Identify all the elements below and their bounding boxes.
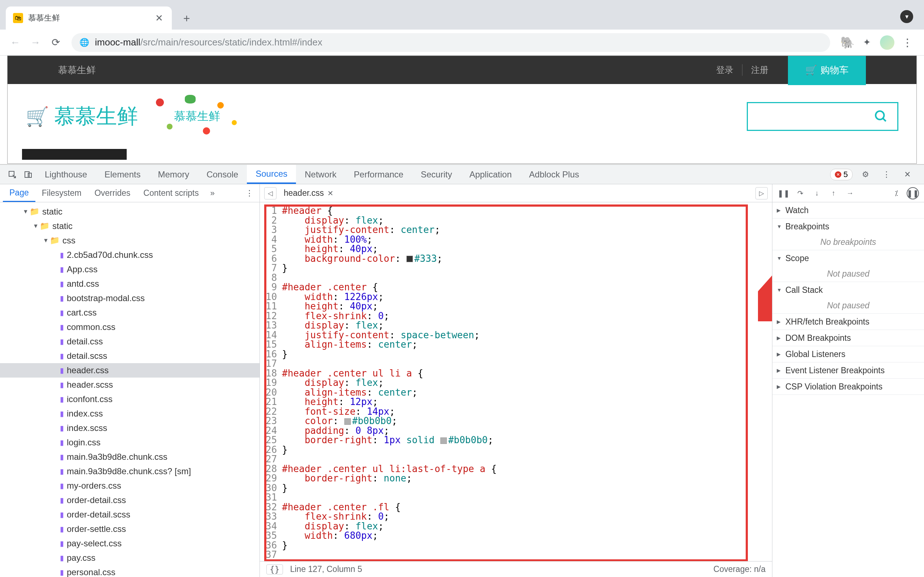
devtools-tab-application[interactable]: Application bbox=[460, 165, 520, 184]
nav-back-icon[interactable]: ◁ bbox=[264, 187, 276, 200]
settings-icon[interactable]: ⚙ bbox=[858, 170, 874, 179]
sources-nav-tab-content-scripts[interactable]: Content scripts bbox=[137, 184, 205, 202]
tree-item-cart-css[interactable]: ▮cart.css bbox=[0, 305, 260, 320]
step-button[interactable]: → bbox=[844, 187, 856, 200]
tab-title: 慕慕生鲜 bbox=[28, 13, 149, 23]
tree-item-pay-select-css[interactable]: ▮pay-select.css bbox=[0, 536, 260, 551]
browser-menu-icon[interactable]: ⋮ bbox=[901, 36, 914, 49]
site-info-icon[interactable]: 🌐 bbox=[79, 38, 89, 47]
open-file-tab[interactable]: header.css ✕ bbox=[281, 188, 336, 198]
tree-item-iconfont-css[interactable]: ▮iconfont.css bbox=[0, 392, 260, 406]
devtools-tab-elements[interactable]: Elements bbox=[96, 165, 149, 184]
tree-item-app-css[interactable]: ▮App.css bbox=[0, 262, 260, 277]
devtools-tab-network[interactable]: Network bbox=[296, 165, 345, 184]
tree-item-css[interactable]: ▼📁css bbox=[0, 233, 260, 248]
sources-nav-tab-page[interactable]: Page bbox=[3, 184, 36, 202]
page-viewport: 慕慕生鲜 登录 注册 🛒购物车 🛒 慕慕生鲜 慕慕生 bbox=[7, 56, 917, 164]
profile-avatar[interactable] bbox=[880, 35, 894, 50]
step-over-button[interactable]: ↷ bbox=[794, 187, 806, 200]
breakpoints-section[interactable]: ▼Breakpoints bbox=[772, 219, 924, 234]
tree-item-my-orders-css[interactable]: ▮my-orders.css bbox=[0, 479, 260, 493]
xhr-bp-section[interactable]: ▶XHR/fetch Breakpoints bbox=[772, 314, 924, 330]
reload-button[interactable]: ⟳ bbox=[47, 34, 64, 51]
site-logo[interactable]: 🛒 慕慕生鲜 bbox=[26, 102, 138, 131]
browser-tab[interactable]: 🛍 慕慕生鲜 ✕ bbox=[6, 6, 172, 29]
devtools-tab-console[interactable]: Console bbox=[198, 165, 247, 184]
devtools-tab-security[interactable]: Security bbox=[412, 165, 461, 184]
tree-item-antd-css[interactable]: ▮antd.css bbox=[0, 277, 260, 291]
pause-exceptions-button[interactable]: ❚❚ bbox=[907, 187, 919, 200]
category-strip bbox=[22, 149, 127, 160]
devtools-menu-icon[interactable]: ⋮ bbox=[879, 170, 894, 179]
login-link[interactable]: 登录 bbox=[708, 64, 743, 76]
extensions-area: 🐘 ✦ ⋮ bbox=[837, 35, 918, 50]
tree-item-common-css[interactable]: ▮common.css bbox=[0, 320, 260, 334]
event-bp-section[interactable]: ▶Event Listener Breakpoints bbox=[772, 363, 924, 378]
new-tab-button[interactable]: + bbox=[179, 11, 194, 26]
sources-nav-tab-overrides[interactable]: Overrides bbox=[88, 184, 137, 202]
tree-item-index-css[interactable]: ▮index.css bbox=[0, 406, 260, 421]
cart-button[interactable]: 🛒购物车 bbox=[788, 56, 866, 85]
logo-text: 慕慕生鲜 bbox=[54, 102, 138, 131]
nav-more-icon[interactable]: » bbox=[205, 184, 220, 202]
search-button[interactable] bbox=[865, 103, 897, 130]
tree-item-header-scss[interactable]: ▮header.scss bbox=[0, 377, 260, 392]
devtools-tab-lighthouse[interactable]: Lighthouse bbox=[36, 165, 96, 184]
nav-menu-icon[interactable]: ⋮ bbox=[242, 184, 257, 202]
tree-item-main-9a3b9d8e-chunk-css-sm-[interactable]: ▮main.9a3b9d8e.chunk.css? [sm] bbox=[0, 464, 260, 479]
tree-item-header-css[interactable]: ▮header.css bbox=[0, 363, 260, 377]
tree-item-order-settle-css[interactable]: ▮order-settle.css bbox=[0, 522, 260, 536]
tree-item-main-9a3b9d8e-chunk-css[interactable]: ▮main.9a3b9d8e.chunk.css bbox=[0, 450, 260, 464]
deactivate-bp-button[interactable]: ⁒ bbox=[890, 187, 902, 200]
nav-forward-icon[interactable]: ▷ bbox=[756, 187, 768, 200]
file-tree[interactable]: ▼📁static▼📁static▼📁css▮2.cb5ad70d.chunk.c… bbox=[0, 202, 260, 577]
tree-item-2-cb5ad70d-chunk-css[interactable]: ▮2.cb5ad70d.chunk.css bbox=[0, 248, 260, 262]
incognito-badge: ▾ bbox=[900, 10, 913, 23]
site-brand: 慕慕生鲜 bbox=[58, 64, 96, 76]
tree-item-order-detail-scss[interactable]: ▮order-detail.scss bbox=[0, 508, 260, 522]
code-editor[interactable]: 1234567891011121314151617181920212223242… bbox=[260, 202, 772, 561]
close-tab-icon[interactable]: ✕ bbox=[154, 11, 165, 25]
tree-item-static[interactable]: ▼📁static bbox=[0, 205, 260, 219]
csp-bp-section[interactable]: ▶CSP Violation Breakpoints bbox=[772, 379, 924, 395]
back-button[interactable]: ← bbox=[6, 34, 24, 51]
address-bar[interactable]: 🌐 imooc-mall/src/main/resources/static/i… bbox=[71, 33, 830, 52]
close-devtools-icon[interactable]: ✕ bbox=[900, 170, 915, 179]
watch-section[interactable]: ▶Watch bbox=[772, 202, 924, 218]
tree-item-index-scss[interactable]: ▮index.scss bbox=[0, 421, 260, 435]
tree-item-detail-scss[interactable]: ▮detail.scss bbox=[0, 349, 260, 363]
devtools-tab-sources[interactable]: Sources bbox=[247, 165, 296, 184]
register-link[interactable]: 注册 bbox=[743, 64, 777, 76]
scope-section[interactable]: ▼Scope bbox=[772, 250, 924, 266]
devtools-tab-adblock-plus[interactable]: Adblock Plus bbox=[520, 165, 588, 184]
dom-bp-section[interactable]: ▶DOM Breakpoints bbox=[772, 330, 924, 346]
global-listeners-section[interactable]: ▶Global Listeners bbox=[772, 346, 924, 362]
tree-item-pay-css[interactable]: ▮pay.css bbox=[0, 551, 260, 565]
extensions-icon[interactable]: ✦ bbox=[861, 36, 874, 49]
forward-button[interactable]: → bbox=[27, 34, 44, 51]
tree-item-personal-css[interactable]: ▮personal.css bbox=[0, 565, 260, 577]
step-out-button[interactable]: ↑ bbox=[827, 187, 840, 200]
devtools-panel: LighthouseElementsMemoryConsoleSourcesNe… bbox=[0, 164, 924, 577]
tree-item-order-detail-css[interactable]: ▮order-detail.css bbox=[0, 493, 260, 508]
callstack-section[interactable]: ▼Call Stack bbox=[772, 282, 924, 298]
sources-nav-tabs: PageFilesystemOverridesContent scripts »… bbox=[0, 184, 260, 202]
error-count-badge[interactable]: ✕ 5 bbox=[830, 169, 853, 180]
tree-item-bootstrap-modal-css[interactable]: ▮bootstrap-modal.css bbox=[0, 291, 260, 305]
search-box bbox=[747, 102, 898, 131]
devtools-tab-performance[interactable]: Performance bbox=[345, 165, 412, 184]
sources-nav-tab-filesystem[interactable]: Filesystem bbox=[36, 184, 88, 202]
pretty-print-button[interactable]: {} bbox=[267, 564, 283, 574]
pause-button[interactable]: ❚❚ bbox=[777, 187, 790, 200]
tree-item-static[interactable]: ▼📁static bbox=[0, 219, 260, 233]
devtools-tab-memory[interactable]: Memory bbox=[149, 165, 198, 184]
editor-status-bar: {} Line 127, Column 5 Coverage: n/a bbox=[260, 561, 772, 577]
evernote-icon[interactable]: 🐘 bbox=[841, 36, 854, 49]
step-into-button[interactable]: ↓ bbox=[811, 187, 823, 200]
svg-point-0 bbox=[876, 111, 884, 119]
inspect-icon[interactable] bbox=[4, 165, 20, 184]
tree-item-detail-css[interactable]: ▮detail.css bbox=[0, 334, 260, 349]
device-toggle-icon[interactable] bbox=[20, 165, 36, 184]
tree-item-login-css[interactable]: ▮login.css bbox=[0, 435, 260, 450]
close-file-icon[interactable]: ✕ bbox=[327, 189, 333, 198]
